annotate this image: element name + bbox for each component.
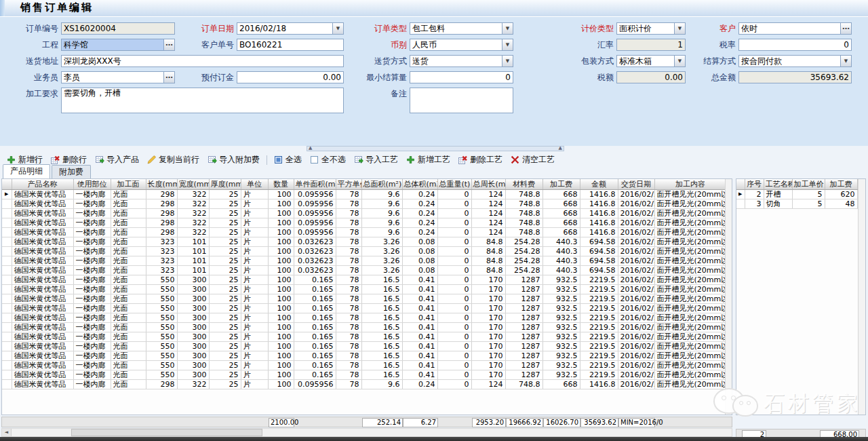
customer-ellipsis-button[interactable]: … bbox=[840, 23, 851, 34]
cell-piece_area[interactable]: 0.095956 bbox=[294, 199, 336, 209]
column-header-material_fee[interactable]: 材料费 bbox=[505, 179, 542, 190]
cell-total_area[interactable]: 16.5 bbox=[361, 323, 402, 332]
cell-unit_price[interactable]: 78 bbox=[336, 313, 361, 323]
cell-unit_price[interactable]: 78 bbox=[336, 190, 361, 199]
cell-total_perimeter[interactable]: 124 bbox=[471, 209, 505, 218]
cell-product_name[interactable]: 德国米黄优等品 bbox=[12, 332, 73, 342]
cell-thickness[interactable]: 25 bbox=[209, 351, 241, 361]
cell-total_perimeter[interactable]: 84.8 bbox=[471, 247, 505, 256]
cell-total_perimeter[interactable]: 124 bbox=[471, 190, 505, 199]
column-header-unit[interactable]: 单位 bbox=[241, 179, 268, 190]
cell-piece_area[interactable]: 0.032623 bbox=[294, 266, 336, 275]
cell-piece_area[interactable]: 0.095956 bbox=[294, 190, 336, 199]
cell-delivery_date[interactable]: 2016/02/26 bbox=[618, 332, 654, 342]
cell-delivery_date[interactable]: 2016/02/26 bbox=[618, 275, 654, 285]
cell-material_fee[interactable]: 748.8 bbox=[505, 199, 542, 209]
cell-total_perimeter[interactable]: 170 bbox=[471, 275, 505, 285]
order_type-dropdown-button[interactable]: ▼ bbox=[502, 23, 513, 34]
product-row[interactable]: 德国米黄优等品一楼内廊光面55030025片1000.1657816.50.41… bbox=[2, 275, 726, 285]
row-selector[interactable] bbox=[2, 199, 12, 209]
cell-unit_price[interactable]: 78 bbox=[336, 209, 361, 218]
cell-unit[interactable]: 片 bbox=[241, 323, 268, 332]
cell-delivery_date[interactable]: 2016/02/26 bbox=[618, 342, 654, 351]
currency-field[interactable]: 人民币▼ bbox=[410, 39, 513, 51]
cell-surface[interactable]: 光面 bbox=[111, 275, 146, 285]
cell-delivery_date[interactable]: 2016/02/26 bbox=[618, 361, 654, 370]
cell-processing_fee[interactable]: 668 bbox=[542, 228, 580, 237]
cell-total_volume[interactable]: 0.41 bbox=[402, 370, 437, 380]
cell-usage_part[interactable]: 一楼内廊 bbox=[73, 332, 111, 342]
total_amount-field[interactable]: 35693.62 bbox=[738, 71, 852, 83]
cell-processing_content[interactable]: 面开槽见光(20mm以下) bbox=[654, 304, 726, 313]
cell-amount[interactable]: 2219.5 bbox=[580, 361, 618, 370]
cell-unit[interactable]: 片 bbox=[241, 237, 268, 247]
cell-total_perimeter[interactable]: 84.8 bbox=[471, 256, 505, 266]
cell-processing_fee[interactable]: 932.5 bbox=[542, 285, 580, 294]
cell-processing_fee[interactable]: 440.3 bbox=[542, 266, 580, 275]
cell-total_area[interactable]: 16.5 bbox=[361, 275, 402, 285]
product-row[interactable]: 德国米黄优等品一楼内廊光面55030025片1000.1657816.50.41… bbox=[2, 294, 726, 304]
row-selector[interactable] bbox=[2, 304, 12, 313]
cell-total_volume[interactable]: 0.41 bbox=[402, 323, 437, 332]
cell-total_weight[interactable]: 0 bbox=[437, 199, 471, 209]
cell-processing_content[interactable]: 面开槽见光(20mm以下) bbox=[654, 380, 726, 389]
cell-product_name[interactable]: 德国米黄优等品 bbox=[12, 237, 73, 247]
cell-length[interactable]: 550 bbox=[146, 304, 177, 313]
cell-product_name[interactable]: 德国米黄优等品 bbox=[12, 275, 73, 285]
cell-product_name[interactable]: 德国米黄优等品 bbox=[12, 313, 73, 323]
row-selector[interactable] bbox=[2, 228, 12, 237]
process-table-vscrollbar[interactable] bbox=[858, 179, 866, 415]
cell-total_perimeter[interactable]: 124 bbox=[471, 228, 505, 237]
cell-length[interactable]: 550 bbox=[146, 370, 177, 380]
cell-total_area[interactable]: 16.5 bbox=[361, 361, 402, 370]
cell-total_weight[interactable]: 0 bbox=[437, 285, 471, 294]
cell-surface[interactable]: 光面 bbox=[111, 313, 146, 323]
column-header-seq[interactable]: 序号 bbox=[745, 179, 764, 190]
cell-processing_fee[interactable]: 932.5 bbox=[542, 304, 580, 313]
column-header-width[interactable]: 宽度(mm) bbox=[177, 179, 209, 190]
column-header-processing_fee[interactable]: 加工费 bbox=[542, 179, 580, 190]
cell-piece_area[interactable]: 0.165 bbox=[294, 304, 336, 313]
cell-total_volume[interactable]: 0.08 bbox=[402, 237, 437, 247]
cell-fee[interactable]: 620 bbox=[825, 190, 857, 199]
cell-unit[interactable]: 片 bbox=[241, 218, 268, 228]
currency-dropdown-button[interactable]: ▼ bbox=[502, 39, 513, 50]
cell-total_area[interactable]: 3.26 bbox=[361, 247, 402, 256]
product-row[interactable]: 德国米黄优等品一楼内廊光面55030025片1000.1657816.50.41… bbox=[2, 323, 726, 332]
cell-width[interactable]: 101 bbox=[177, 256, 209, 266]
cell-total_weight[interactable]: 0 bbox=[437, 370, 471, 380]
cell-total_volume[interactable]: 0.41 bbox=[402, 304, 437, 313]
cell-amount[interactable]: 2219.5 bbox=[580, 313, 618, 323]
cell-delivery_date[interactable]: 2016/02/26 bbox=[618, 209, 654, 218]
row-selector[interactable] bbox=[2, 370, 12, 380]
cell-unit[interactable]: 片 bbox=[241, 275, 268, 285]
cell-unit[interactable]: 片 bbox=[241, 256, 268, 266]
cell-delivery_date[interactable]: 2016/02/26 bbox=[618, 304, 654, 313]
cell-qty[interactable]: 100 bbox=[268, 228, 294, 237]
cell-width[interactable]: 300 bbox=[177, 304, 209, 313]
import-process-button[interactable]: 导入工艺 bbox=[350, 153, 402, 166]
cell-qty[interactable]: 100 bbox=[268, 304, 294, 313]
cell-total_perimeter[interactable]: 170 bbox=[471, 323, 505, 332]
cell-thickness[interactable]: 25 bbox=[209, 247, 241, 256]
cell-width[interactable]: 300 bbox=[177, 275, 209, 285]
cell-total_weight[interactable]: 0 bbox=[437, 190, 471, 199]
clear-process-button[interactable]: 清空工艺 bbox=[507, 153, 559, 166]
cell-usage_part[interactable]: 一楼内廊 bbox=[73, 285, 111, 294]
cell-material_fee[interactable]: 748.8 bbox=[505, 218, 542, 228]
product-row[interactable]: 德国米黄优等品一楼内廊光面29832225片1000.095956789.60.… bbox=[2, 228, 726, 237]
cell-usage_part[interactable]: 一楼内廊 bbox=[73, 294, 111, 304]
order_date-field[interactable]: 2016/02/18▼ bbox=[237, 22, 344, 35]
cell-unit[interactable]: 片 bbox=[241, 342, 268, 351]
cell-length[interactable]: 298 bbox=[146, 190, 177, 199]
cell-processing_content[interactable]: 面开槽见光(20mm以下) bbox=[654, 313, 726, 323]
cell-length[interactable]: 298 bbox=[146, 380, 177, 389]
cell-delivery_date[interactable]: 2016/02/26 bbox=[618, 380, 654, 389]
cell-width[interactable]: 300 bbox=[177, 332, 209, 342]
copy-row-button[interactable]: 复制当前行 bbox=[143, 153, 203, 166]
cell-usage_part[interactable]: 一楼内廊 bbox=[73, 304, 111, 313]
cell-total_perimeter[interactable]: 124 bbox=[471, 218, 505, 228]
product-row[interactable]: 德国米黄优等品一楼内廊光面32310125片1000.032623783.260… bbox=[2, 247, 726, 256]
cell-piece_area[interactable]: 0.032623 bbox=[294, 256, 336, 266]
cell-product_name[interactable]: 德国米黄优等品 bbox=[12, 361, 73, 370]
